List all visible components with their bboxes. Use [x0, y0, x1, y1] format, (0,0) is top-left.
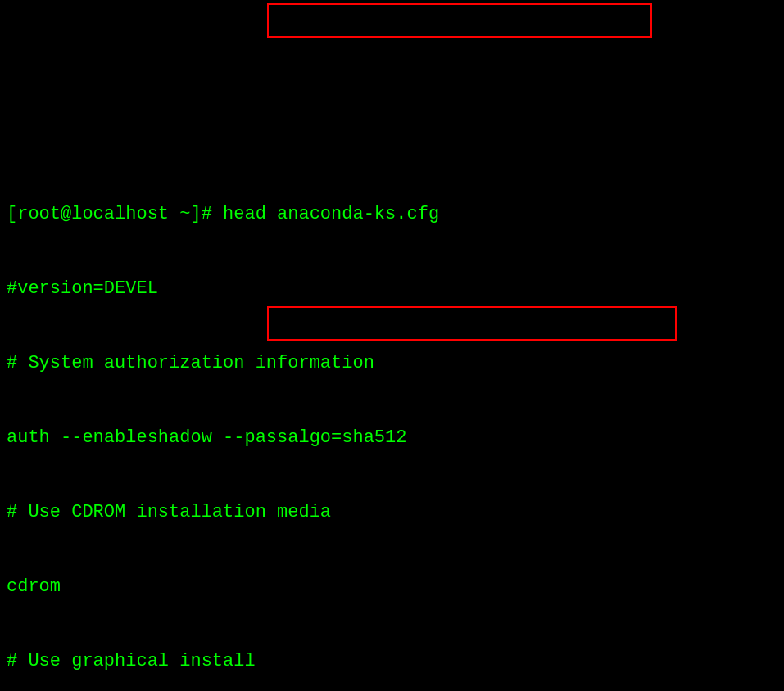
terminal-line: auth --enableshadow --passalgo=sha512 — [7, 426, 777, 450]
terminal-line: #version=DEVEL — [7, 277, 777, 301]
terminal-line: # Use graphical install — [7, 649, 777, 674]
command-highlight-1 — [267, 3, 652, 38]
command-highlight-2 — [267, 306, 677, 341]
terminal-content: [root@localhost ~]# head anaconda-ks.cfg… — [7, 3, 777, 691]
terminal-line: # System authorization information — [7, 351, 777, 376]
terminal-line: cdrom — [7, 575, 777, 599]
terminal-line: [root@localhost ~]# head anaconda-ks.cfg — [7, 202, 777, 227]
terminal-line: # Use CDROM installation media — [7, 500, 777, 525]
